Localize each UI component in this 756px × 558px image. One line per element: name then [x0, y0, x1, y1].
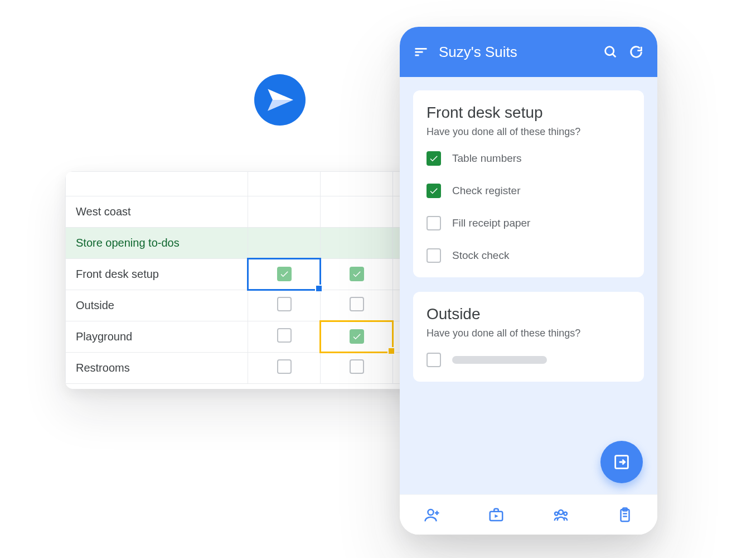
table-row[interactable]: Outside	[66, 290, 442, 321]
table-row[interactable]: West coast	[66, 196, 442, 228]
checkbox-checked-icon	[350, 267, 364, 281]
cell-label: West coast	[76, 205, 131, 218]
checkbox-unchecked-icon	[277, 297, 292, 311]
table-row[interactable]: Front desk setup	[66, 259, 442, 290]
svg-rect-1	[415, 51, 423, 53]
cell-label: Store opening to-dos	[76, 237, 180, 249]
checklist-item[interactable]: Stock check	[427, 239, 631, 272]
checklist-label: Check register	[452, 185, 521, 197]
search-icon[interactable]	[603, 44, 618, 60]
skeleton-text	[452, 356, 547, 364]
checklist-label: Table numbers	[452, 152, 522, 165]
svg-rect-2	[415, 55, 419, 56]
app-bar: Suzy's Suits	[400, 27, 657, 77]
cell-label: Front desk setup	[76, 268, 159, 280]
checkbox-cell[interactable]	[248, 290, 321, 321]
checkbox-checked-icon	[277, 267, 292, 281]
checkbox-checked-icon[interactable]	[427, 151, 441, 166]
checkbox-cell[interactable]	[321, 259, 393, 290]
group-icon[interactable]	[553, 507, 569, 523]
submit-fab[interactable]	[600, 441, 643, 483]
checklist: Table numbers Check register Fill receip…	[427, 142, 631, 272]
phone-content: Front desk setup Have you done all of th…	[400, 77, 657, 494]
person-add-icon[interactable]	[424, 507, 440, 523]
checklist-label: Stock check	[452, 249, 509, 262]
cell-label: Outside	[76, 299, 114, 311]
svg-rect-0	[415, 48, 427, 50]
checkbox-cell[interactable]	[248, 321, 321, 353]
svg-line-4	[613, 54, 616, 57]
checkbox-unchecked-icon[interactable]	[427, 353, 441, 367]
checklist-label: Fill receipt paper	[452, 217, 530, 229]
spreadsheet-panel: West coast Store opening to-dos Front de…	[65, 171, 442, 389]
checkbox-unchecked-icon[interactable]	[427, 216, 441, 230]
section-row[interactable]: Store opening to-dos	[66, 228, 442, 259]
svg-point-3	[605, 47, 614, 55]
phone-mockup: Suzy's Suits Front desk setup Have you d…	[400, 27, 657, 535]
checkbox-unchecked-icon	[277, 328, 292, 343]
checkbox-checked-icon	[350, 329, 364, 344]
checkbox-unchecked-icon[interactable]	[427, 248, 441, 263]
svg-point-10	[559, 510, 563, 514]
paper-plane-badge	[254, 74, 306, 126]
card-subtitle: Have you done all of these things?	[427, 328, 631, 339]
checkbox-cell[interactable]	[321, 290, 393, 321]
checklist-item[interactable]	[427, 344, 631, 376]
table-row[interactable]: Restrooms	[66, 353, 442, 384]
submit-icon	[612, 453, 631, 472]
checklist	[427, 344, 631, 376]
briefcase-play-icon[interactable]	[488, 507, 505, 523]
checkbox-checked-icon[interactable]	[427, 184, 441, 198]
cell-label: Playground	[76, 330, 132, 343]
sort-icon[interactable]	[413, 44, 429, 60]
sheet-header-row	[66, 172, 442, 196]
bottom-nav	[400, 494, 657, 535]
svg-point-12	[564, 512, 567, 515]
checkbox-cell[interactable]	[321, 321, 393, 353]
checkbox-cell[interactable]	[248, 259, 321, 290]
checkbox-unchecked-icon	[277, 359, 292, 374]
spreadsheet-grid[interactable]: West coast Store opening to-dos Front de…	[65, 171, 442, 384]
checkbox-unchecked-icon	[350, 359, 364, 374]
card-subtitle: Have you done all of these things?	[427, 126, 631, 138]
checklist-item[interactable]: Fill receipt paper	[427, 207, 631, 239]
checkbox-unchecked-icon	[350, 297, 364, 311]
refresh-icon[interactable]	[628, 44, 644, 60]
checkbox-cell[interactable]	[248, 353, 321, 384]
checklist-item[interactable]: Table numbers	[427, 142, 631, 175]
card-title: Front desk setup	[427, 104, 631, 122]
cell-label: Restrooms	[76, 362, 130, 374]
app-title: Suzy's Suits	[439, 44, 593, 61]
checklist-card: Outside Have you done all of these thing…	[413, 292, 644, 382]
svg-point-11	[555, 512, 558, 515]
svg-point-6	[428, 509, 433, 515]
checklist-card: Front desk setup Have you done all of th…	[413, 90, 644, 277]
checkbox-cell[interactable]	[321, 353, 393, 384]
clipboard-icon[interactable]	[617, 507, 633, 523]
card-title: Outside	[427, 305, 631, 323]
checklist-item[interactable]: Check register	[427, 175, 631, 207]
table-row[interactable]: Playground	[66, 321, 442, 353]
paper-plane-icon	[265, 85, 294, 114]
